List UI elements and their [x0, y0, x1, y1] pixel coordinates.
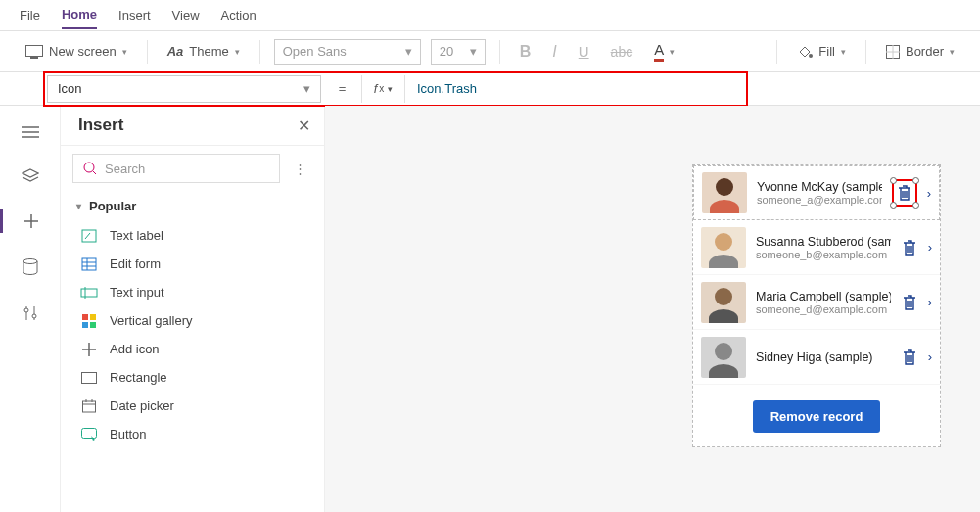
item-label: Vertical gallery: [110, 313, 193, 328]
rectangle-icon: [80, 372, 98, 384]
database-icon: [23, 258, 38, 276]
insert-text-input[interactable]: Text input: [61, 278, 324, 306]
menu-insert[interactable]: Insert: [118, 2, 151, 28]
font-color-button[interactable]: A ▾: [648, 37, 680, 66]
chevron-right-icon[interactable]: ›: [927, 186, 931, 201]
gallery-row[interactable]: Yvonne McKay (sample)someone_a@example.c…: [693, 165, 940, 220]
trash-icon[interactable]: [901, 348, 918, 367]
new-screen-label: New screen: [49, 44, 117, 59]
gallery-row[interactable]: Maria Campbell (sample)someone_d@example…: [693, 275, 940, 330]
chevron-down-icon: ▾: [235, 47, 240, 57]
menu-home[interactable]: Home: [62, 1, 97, 29]
insert-add-icon[interactable]: Add icon: [61, 335, 324, 363]
svg-rect-28: [82, 322, 88, 328]
trash-icon[interactable]: [892, 179, 917, 207]
more-button[interactable]: ⋮: [288, 162, 312, 176]
chevron-down-icon: ▾: [841, 47, 846, 57]
svg-point-13: [24, 308, 28, 312]
fill-label: Fill: [818, 44, 835, 59]
svg-rect-20: [82, 258, 96, 270]
svg-rect-33: [83, 401, 96, 412]
highlight-box: Icon ▾ = fx▾ Icon.Trash: [43, 71, 748, 107]
svg-point-2: [809, 54, 813, 58]
rail-insert[interactable]: [0, 209, 60, 233]
hamburger-icon: [22, 125, 39, 139]
chevron-down-icon: ▾: [76, 201, 81, 211]
remove-record-button[interactable]: Remove record: [753, 400, 881, 433]
property-name: Icon: [58, 81, 82, 96]
font-size-select[interactable]: 20 ▾: [431, 39, 486, 65]
formula-bar: Icon ▾ = fx▾ Icon.Trash: [0, 72, 980, 106]
insert-button[interactable]: Button: [61, 420, 324, 448]
search-placeholder: Search: [105, 162, 145, 176]
sliders-icon: [23, 305, 38, 321]
formula-input[interactable]: Icon.Trash: [405, 81, 489, 96]
italic-button[interactable]: I: [546, 39, 562, 65]
plus-icon: [23, 213, 39, 229]
menu-file[interactable]: File: [20, 2, 40, 28]
rail-layers[interactable]: [0, 164, 60, 188]
strikethrough-button[interactable]: abc: [605, 40, 639, 64]
chevron-down-icon: ▾: [950, 47, 955, 57]
menu-action[interactable]: Action: [221, 2, 257, 28]
contact-email: someone_b@example.com: [756, 249, 891, 260]
contact-name: Sidney Higa (sample): [756, 350, 891, 364]
fill-button[interactable]: Fill ▾: [791, 40, 852, 63]
chevron-down-icon: ▾: [122, 47, 127, 57]
close-icon[interactable]: ✕: [298, 116, 310, 135]
trash-icon[interactable]: [901, 293, 918, 312]
svg-rect-0: [26, 45, 43, 56]
property-select[interactable]: Icon ▾: [47, 75, 321, 103]
item-label: Text label: [110, 228, 163, 243]
left-rail: [0, 106, 61, 512]
plus-icon: [80, 343, 98, 356]
insert-vertical-gallery[interactable]: Vertical gallery: [61, 306, 324, 335]
avatar: [701, 282, 746, 323]
gallery-row[interactable]: Sidney Higa (sample) ›: [693, 330, 940, 385]
svg-point-15: [32, 314, 36, 318]
insert-date-picker[interactable]: Date picker: [61, 392, 324, 420]
new-screen-button[interactable]: New screen ▾: [20, 40, 133, 63]
insert-rectangle[interactable]: Rectangle: [61, 363, 324, 392]
item-label: Add icon: [110, 342, 160, 356]
chevron-down-icon: ▾: [405, 44, 412, 59]
svg-point-11: [23, 259, 37, 264]
group-popular[interactable]: ▾ Popular: [61, 191, 324, 221]
svg-rect-26: [82, 314, 88, 320]
form-icon: [80, 257, 98, 271]
theme-button[interactable]: Aa Theme ▾: [162, 40, 246, 63]
underline-button[interactable]: U: [573, 39, 595, 64]
theme-icon: Aa: [167, 44, 184, 59]
equals-label: =: [323, 75, 362, 103]
divider: [147, 40, 148, 64]
search-input[interactable]: Search: [72, 154, 280, 183]
border-icon: [886, 45, 900, 59]
canvas[interactable]: Yvonne McKay (sample)someone_a@example.c…: [325, 106, 980, 512]
menu-view[interactable]: View: [172, 2, 200, 28]
rail-settings[interactable]: [0, 302, 60, 325]
bold-button[interactable]: B: [514, 39, 537, 65]
gallery-row[interactable]: Susanna Stubberod (sample)someone_b@exam…: [693, 220, 940, 275]
search-icon: [83, 162, 97, 175]
font-select[interactable]: Open Sans ▾: [274, 39, 421, 65]
rail-tree-view[interactable]: [0, 121, 60, 143]
svg-point-16: [84, 163, 94, 172]
item-label: Text input: [110, 285, 164, 300]
insert-edit-form[interactable]: Edit form: [61, 250, 324, 278]
chevron-right-icon[interactable]: ›: [928, 295, 932, 309]
trash-icon[interactable]: [901, 238, 918, 257]
rail-data[interactable]: [0, 255, 60, 280]
fill-icon: [797, 45, 813, 59]
chevron-right-icon[interactable]: ›: [928, 240, 932, 255]
theme-label: Theme: [189, 44, 228, 59]
item-label: Button: [110, 427, 147, 442]
chevron-right-icon[interactable]: ›: [928, 349, 932, 364]
contact-name: Susanna Stubberod (sample): [756, 235, 891, 249]
main-area: Insert ✕ Search ⋮ ▾ Popular Text label E…: [0, 106, 980, 512]
gallery-control[interactable]: Yvonne McKay (sample)someone_a@example.c…: [692, 164, 941, 447]
font-size: 20: [440, 44, 453, 59]
border-button[interactable]: Border ▾: [880, 40, 960, 63]
fx-button[interactable]: fx▾: [362, 75, 405, 103]
group-label: Popular: [89, 199, 136, 213]
insert-text-label[interactable]: Text label: [61, 221, 324, 250]
